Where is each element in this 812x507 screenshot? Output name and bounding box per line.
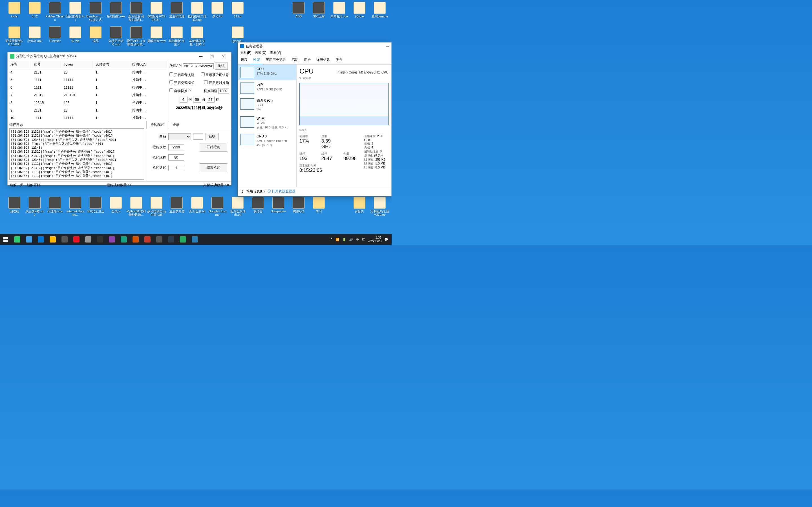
taskbar-app[interactable] [106, 234, 118, 245]
threads-input[interactable] [168, 154, 184, 161]
resource-monitor-link[interactable]: ⓘ 打开资源监视器 [267, 189, 296, 194]
product-select[interactable] [168, 133, 191, 140]
desktop-icon[interactable]: 基础模板-矢量 - 副本.e [187, 26, 207, 48]
time-min-input[interactable] [193, 97, 201, 103]
taskbar-clock[interactable]: 1:362022/8/23 [368, 236, 382, 243]
desktop-icon[interactable]: 星城抢购.exe [106, 1, 126, 24]
desktop-icon[interactable]: 成品 [86, 26, 106, 48]
tm-sidebar-item[interactable]: GPU 0AMD Radeon Pro 460 4% (63 °C) [238, 132, 296, 150]
switch-interval-input[interactable] [218, 88, 229, 94]
table-header[interactable]: 账号 [32, 61, 61, 68]
desktop-icon[interactable]: 分秒艺术多号.exe [106, 26, 126, 48]
start-button[interactable]: 开始抢购 [200, 143, 227, 152]
desktop-icon[interactable]: 爱豆捡漏-修复邮箱和... [126, 1, 146, 24]
log-textarea[interactable]: [01:36:32] 2131|{"msg":"用户身份失效,请先登录","co… [9, 128, 144, 180]
tm-tab[interactable]: 用户 [301, 56, 313, 64]
time-hour-input[interactable] [180, 97, 188, 103]
desktop-icon[interactable]: 抢购投稿二维码.png [187, 1, 207, 24]
table-row[interactable]: 101111111111抢购中… [8, 114, 166, 121]
taskbar-app[interactable] [165, 234, 177, 245]
desktop-icon[interactable]: 42.zip [65, 26, 86, 48]
timer-checkbox[interactable]: 开启定时抢购 [204, 80, 229, 86]
desktop-icon[interactable]: js相关 [349, 196, 370, 219]
stop-button[interactable]: 结束抢购 [200, 163, 227, 172]
menu-item[interactable]: 文件(F) [240, 50, 251, 55]
taskbar-app[interactable] [35, 234, 47, 245]
ime-indicator[interactable]: 中 [356, 237, 359, 242]
desktop-icon[interactable]: 回收站 [4, 196, 24, 219]
taskbar-app[interactable] [177, 234, 189, 245]
tm-tab[interactable]: 应用历史记录 [263, 56, 289, 64]
taskbar-app[interactable] [70, 234, 82, 245]
desktop-icon[interactable]: 爱豆合成.txt [187, 196, 207, 219]
ime-lang[interactable]: 英 [362, 237, 365, 242]
tm-sidebar-item[interactable]: Wi-FiWLAN 发送: 16.0 接收: 8.0 Kb [238, 114, 296, 132]
desktop-icon[interactable]: 逍遥多开器 [167, 196, 187, 219]
tray-net-icon[interactable]: 📶 [336, 238, 340, 241]
desktop-icon[interactable]: 代理端.exe [45, 196, 65, 219]
desktop-icon[interactable]: 易语言 [248, 196, 268, 219]
tab-login[interactable]: 登录 [168, 121, 184, 129]
tm-sidebar-item[interactable]: 内存7.9/15.9 GB (50%) [238, 80, 296, 96]
desktop-icon[interactable]: Proxifier [45, 26, 65, 48]
tm-tab[interactable]: 进程 [238, 56, 250, 64]
delay-input[interactable] [168, 165, 184, 171]
table-row[interactable]: 7213122131231抢购中… [8, 92, 166, 99]
desktop-icon[interactable]: ADB [289, 1, 309, 24]
maximize-button[interactable]: ▢ [206, 53, 218, 60]
taskbar-app[interactable] [82, 234, 94, 245]
table-row[interactable]: 92131231抢购中… [8, 107, 166, 114]
tray-chevron-icon[interactable]: ⌃ [330, 238, 333, 241]
desktop-icon[interactable]: Notepad++ [268, 196, 289, 219]
minimize-button[interactable]: — [195, 53, 206, 60]
desktop-icon[interactable]: 合成.e [106, 196, 126, 219]
taskbar-app[interactable] [94, 234, 106, 245]
tab-config[interactable]: 抢购配置 [146, 121, 168, 129]
table-header[interactable]: 抢购状态 [130, 61, 166, 68]
desktop-icon[interactable]: 未闻花名.ico [329, 1, 349, 24]
product-input[interactable] [193, 133, 203, 140]
taskbar-app[interactable] [153, 234, 165, 245]
tray-volume-icon[interactable]: 🔊 [349, 238, 353, 241]
proxy-api-input[interactable] [183, 63, 214, 69]
desktop-icon[interactable]: Python精准到毫秒抢购... [126, 196, 146, 219]
desktop-icon[interactable]: 腾讯QQ [289, 196, 309, 219]
desktop-icon[interactable]: 提醒声音.wav [146, 26, 167, 48]
tm-sidebar-item[interactable]: 磁盘 0 (C:)SSD 3% [238, 96, 296, 114]
start-button[interactable] [0, 234, 11, 245]
desktop-icon[interactable]: 多号.txt [207, 1, 227, 24]
table-row[interactable]: 812343t1231抢购中… [8, 99, 166, 106]
accounts-table[interactable]: 序号账号Token支付密码抢购状态 42131231抢购中…5111111111… [8, 60, 167, 121]
tm-titlebar[interactable]: 任务管理器 — [238, 43, 391, 50]
desktop-icon[interactable]: 鱼刺demo.e [370, 1, 390, 24]
table-row[interactable]: 61111111111抢购中… [8, 84, 166, 91]
taskbar-app[interactable] [11, 234, 23, 245]
sound-checkbox[interactable]: 开启声音提醒 [169, 72, 194, 77]
desktop-icon[interactable]: 爱豆APP（余额自动付款... [126, 26, 146, 48]
desktop-icon[interactable]: 斑迪最新版6.0.1.2003 [4, 26, 24, 48]
burst-checkbox[interactable]: 开启突袭模式 [169, 80, 194, 86]
titlebar[interactable]: 分秒艺术多号抢购 QQ交流群556150514 — ▢ ✕ [8, 52, 231, 60]
desktop-icon[interactable]: Internet Downlo... [65, 196, 86, 219]
taskbar-app[interactable] [118, 234, 130, 245]
taskbar-app[interactable] [189, 234, 201, 245]
tm-tab[interactable]: 性能 [250, 56, 263, 64]
tm-tab[interactable]: 详细信息 [313, 56, 333, 64]
taskbar-app[interactable] [47, 234, 59, 245]
desktop-icon[interactable]: 定制版易之盾V37e.ec [370, 196, 390, 219]
collapse-icon[interactable]: ⊙ [241, 189, 244, 193]
desktop-icon[interactable]: tools [4, 1, 24, 24]
taskbar-app[interactable] [142, 234, 153, 245]
desktop-icon[interactable]: 爱豆合成请求.txt [227, 196, 248, 219]
close-button[interactable]: ✕ [218, 53, 229, 60]
menu-item[interactable]: 选项(O) [255, 50, 266, 55]
brief-info-link[interactable]: 简略信息(D) [246, 189, 265, 194]
desktop-icon[interactable]: 学习 [309, 196, 329, 219]
system-tray[interactable]: ⌃ 📶 🔋 🔊 中 英 1:362022/8/23 💬 [327, 236, 392, 243]
show-ip-checkbox[interactable]: 显示获取IP信息 [201, 72, 229, 77]
table-header[interactable]: 序号 [8, 61, 31, 68]
table-row[interactable]: 51111111111抢购中… [8, 76, 166, 83]
tm-tab[interactable]: 服务 [333, 56, 345, 64]
desktop-icon[interactable]: 360安全卫士 [86, 196, 106, 219]
tray-battery-icon[interactable]: 🔋 [342, 238, 346, 241]
